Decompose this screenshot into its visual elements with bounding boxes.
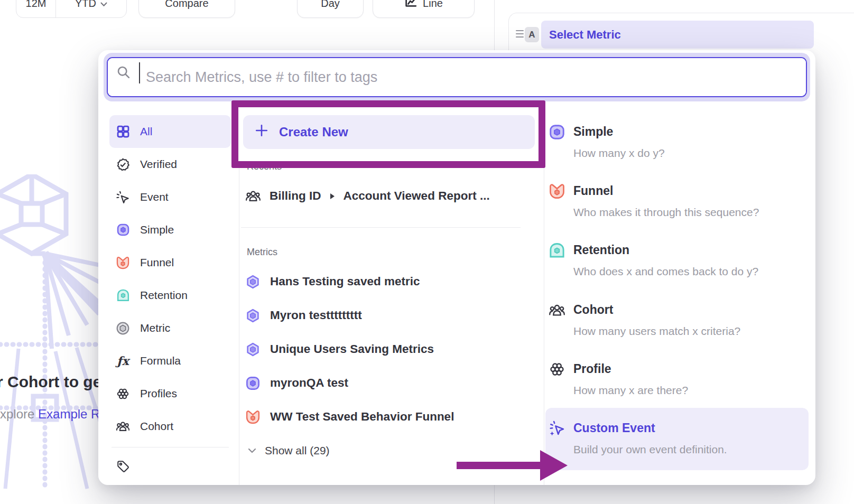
custom-event-cursor-icon	[549, 420, 565, 437]
sidebar-divider	[112, 447, 229, 447]
cohort-people-icon	[116, 419, 130, 434]
list-divider	[241, 227, 521, 228]
compare-button[interactable]: Compare	[138, 0, 235, 18]
type-cohort[interactable]: Cohort How many users match x criteria?	[549, 302, 802, 339]
category-simple[interactable]: Simple	[109, 213, 231, 246]
saved-metric-icon	[245, 274, 261, 290]
type-title: Simple	[573, 124, 802, 139]
query-row-badge: A	[525, 27, 539, 42]
metric-list-item[interactable]: Myron testtttttttt	[245, 305, 362, 326]
range-ytd-label: YTD	[75, 0, 96, 10]
type-retention[interactable]: Retention Who does x and comes back to d…	[549, 242, 802, 279]
type-title: Cohort	[573, 302, 802, 318]
search-icon	[116, 65, 131, 82]
retention-icon	[116, 288, 130, 303]
granularity-button[interactable]: Day	[297, 0, 364, 18]
chevron-down-icon	[100, 0, 107, 10]
wireframe-illustration	[0, 174, 100, 491]
profiles-cluster-icon	[116, 387, 130, 401]
compare-label: Compare	[165, 0, 208, 10]
metric-name: Myron testtttttttt	[270, 309, 362, 322]
category-label: Formula	[140, 354, 181, 367]
cohort-people-icon	[245, 188, 261, 204]
range-ytd-button[interactable]: YTD	[56, 0, 126, 17]
show-all-button[interactable]: Show all (29)	[248, 442, 330, 459]
saved-metric-icon	[245, 308, 261, 323]
select-metric-button[interactable]: Select Metric	[541, 21, 814, 49]
category-event[interactable]: Event	[109, 181, 231, 213]
type-profile[interactable]: Profile How many x are there?	[549, 361, 802, 398]
search-focus-ring	[104, 53, 810, 101]
type-description: How many users match x criteria?	[573, 324, 802, 339]
metric-list-item[interactable]: Hans Testing saved metric	[245, 271, 420, 292]
empty-state-subtext: xplore Example R	[0, 407, 100, 422]
type-description: Who makes it through this sequence?	[573, 205, 802, 220]
category-metric[interactable]: Metric	[109, 312, 231, 344]
type-title: Funnel	[573, 183, 802, 199]
chart-type-label: Line	[423, 0, 443, 10]
metric-hexagon-icon	[116, 321, 130, 335]
type-funnel[interactable]: Funnel Who makes it through this sequenc…	[549, 183, 802, 220]
cohort-people-icon	[549, 302, 565, 319]
funnel-icon	[245, 409, 261, 425]
type-custom-event[interactable]: Custom Event Build your own event defini…	[549, 420, 802, 457]
metric-name: WW Test Saved Behavior Funnel	[270, 410, 454, 424]
annotation-arrow	[457, 449, 568, 484]
category-all[interactable]: All	[109, 115, 231, 148]
metric-list-item[interactable]: myronQA test	[245, 372, 348, 394]
profiles-cluster-icon	[549, 361, 565, 378]
category-label: Metric	[140, 322, 170, 334]
funnel-icon	[549, 183, 565, 200]
category-retention[interactable]: Retention	[109, 279, 231, 312]
category-label: Cohort	[140, 420, 173, 433]
category-cohort[interactable]: Cohort	[109, 410, 231, 443]
category-formula[interactable]: ƒx Formula	[109, 344, 231, 377]
category-label: Retention	[140, 289, 188, 302]
simple-metric-icon	[116, 223, 130, 237]
event-cursor-icon	[116, 190, 130, 204]
drag-handle-icon[interactable]	[516, 30, 524, 40]
chevron-down-icon	[248, 448, 256, 453]
category-profiles[interactable]: Profiles	[109, 377, 231, 410]
line-chart-icon	[404, 0, 417, 11]
verified-badge-icon	[116, 157, 130, 172]
saved-metric-icon	[245, 342, 261, 357]
category-label: Profiles	[140, 387, 177, 400]
annotation-box	[231, 100, 545, 168]
breadcrumb-arrow-icon	[330, 193, 335, 200]
grid-icon	[116, 125, 130, 139]
metric-list-item[interactable]: Unique Users Saving Metrics	[245, 339, 434, 360]
type-title: Profile	[573, 361, 802, 377]
category-label: All	[140, 125, 152, 138]
select-metric-label: Select Metric	[549, 28, 621, 42]
metric-list-item[interactable]: WW Test Saved Behavior Funnel	[245, 406, 454, 427]
range-12m-label: 12M	[26, 0, 47, 10]
simple-metric-icon	[549, 124, 565, 141]
range-12m-button[interactable]: 12M	[16, 0, 56, 17]
metrics-section-label: Metrics	[247, 247, 277, 258]
chart-type-button[interactable]: Line	[373, 0, 475, 18]
category-label: Event	[140, 191, 169, 203]
recent-item-name: Account Viewed Report ...	[344, 189, 490, 203]
example-link[interactable]: Example R	[38, 407, 100, 421]
type-description: How many x are there?	[573, 383, 802, 398]
show-all-label: Show all (29)	[265, 444, 330, 457]
simple-metric-icon	[245, 376, 261, 391]
category-label: Funnel	[140, 256, 174, 269]
tag-icon	[116, 459, 130, 473]
empty-state-headline: r Cohort to ge	[0, 373, 101, 391]
category-label: Simple	[140, 223, 174, 236]
type-simple[interactable]: Simple How many x do y?	[549, 124, 802, 161]
category-funnel[interactable]: Funnel	[109, 246, 231, 279]
type-description: Who does x and comes back to do y?	[573, 264, 802, 279]
search-metrics-input[interactable]	[108, 58, 806, 96]
category-partial[interactable]	[109, 459, 231, 473]
recent-item[interactable]: Billing ID Account Viewed Report ...	[245, 186, 490, 206]
funnel-icon	[116, 256, 130, 270]
type-title: Retention	[573, 242, 802, 258]
recent-item-path: Billing ID	[270, 189, 321, 203]
category-verified[interactable]: Verified	[109, 148, 231, 181]
search-field	[107, 57, 807, 97]
retention-icon	[549, 242, 565, 259]
formula-icon: ƒx	[116, 354, 130, 368]
